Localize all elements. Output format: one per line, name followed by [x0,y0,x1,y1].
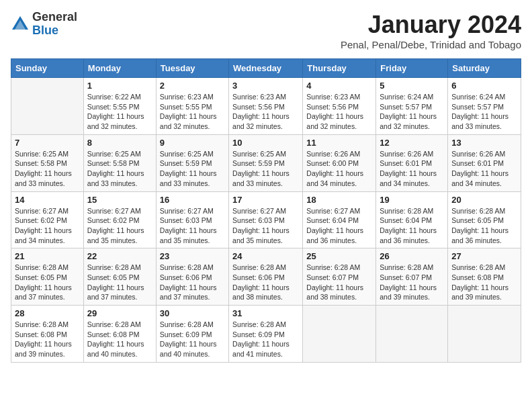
day-info: Sunrise: 6:27 AMSunset: 6:03 PMDaylight:… [160,206,225,246]
calendar-cell: 10Sunrise: 6:25 AMSunset: 5:59 PMDayligh… [229,134,303,191]
calendar-cell: 4Sunrise: 6:23 AMSunset: 5:56 PMDaylight… [303,78,376,135]
calendar-cell [303,306,376,363]
calendar-week-3: 14Sunrise: 6:27 AMSunset: 6:02 PMDayligh… [11,191,521,248]
day-number: 15 [87,195,152,205]
day-number: 7 [15,138,80,148]
calendar-cell: 25Sunrise: 6:28 AMSunset: 6:07 PMDayligh… [303,248,376,306]
calendar-cell: 24Sunrise: 6:28 AMSunset: 6:06 PMDayligh… [229,248,303,306]
day-info: Sunrise: 6:25 AMSunset: 5:59 PMDaylight:… [160,149,225,189]
day-number: 9 [160,138,225,148]
day-info: Sunrise: 6:28 AMSunset: 6:05 PMDaylight:… [15,263,80,302]
day-info: Sunrise: 6:28 AMSunset: 6:09 PMDaylight:… [160,320,225,359]
day-info: Sunrise: 6:28 AMSunset: 6:07 PMDaylight:… [380,263,444,302]
calendar-cell: 14Sunrise: 6:27 AMSunset: 6:02 PMDayligh… [11,191,84,248]
calendar-cell: 26Sunrise: 6:28 AMSunset: 6:07 PMDayligh… [376,248,448,306]
day-number: 14 [15,195,80,205]
calendar-cell: 17Sunrise: 6:27 AMSunset: 6:03 PMDayligh… [229,191,303,248]
day-of-week-wednesday: Wednesday [229,59,303,78]
day-number: 2 [160,81,225,91]
page-header: General Blue January 2024 Penal, Penal/D… [11,11,521,50]
calendar-cell: 3Sunrise: 6:23 AMSunset: 5:56 PMDaylight… [229,78,303,135]
day-info: Sunrise: 6:28 AMSunset: 6:09 PMDaylight:… [232,320,299,359]
day-number: 1 [87,81,152,91]
day-number: 11 [306,138,372,148]
day-number: 5 [380,81,444,91]
calendar-cell: 15Sunrise: 6:27 AMSunset: 6:02 PMDayligh… [83,191,156,248]
day-info: Sunrise: 6:28 AMSunset: 6:05 PMDaylight:… [87,263,152,302]
logo-text: General Blue [32,11,77,38]
day-info: Sunrise: 6:27 AMSunset: 6:04 PMDaylight:… [306,206,372,246]
day-info: Sunrise: 6:23 AMSunset: 5:56 PMDaylight:… [306,92,372,132]
month-title: January 2024 [341,11,521,39]
calendar-header: SundayMondayTuesdayWednesdayThursdayFrid… [11,59,521,78]
day-number: 19 [380,195,444,205]
day-info: Sunrise: 6:24 AMSunset: 5:57 PMDaylight:… [451,92,517,132]
day-number: 24 [232,251,299,261]
title-block: January 2024 Penal, Penal/Debe, Trinidad… [341,11,521,50]
day-number: 13 [451,138,517,148]
day-info: Sunrise: 6:27 AMSunset: 6:03 PMDaylight:… [232,206,299,246]
calendar-week-4: 21Sunrise: 6:28 AMSunset: 6:05 PMDayligh… [11,248,521,306]
day-info: Sunrise: 6:22 AMSunset: 5:55 PMDaylight:… [87,92,152,132]
day-number: 16 [160,195,225,205]
day-number: 3 [232,81,299,91]
calendar-cell [376,306,448,363]
calendar-cell: 13Sunrise: 6:26 AMSunset: 6:01 PMDayligh… [448,134,521,191]
day-info: Sunrise: 6:26 AMSunset: 6:01 PMDaylight:… [451,149,517,189]
calendar-cell: 11Sunrise: 6:26 AMSunset: 6:00 PMDayligh… [303,134,376,191]
calendar-cell: 18Sunrise: 6:27 AMSunset: 6:04 PMDayligh… [303,191,376,248]
day-info: Sunrise: 6:28 AMSunset: 6:08 PMDaylight:… [451,263,517,302]
calendar-cell: 20Sunrise: 6:28 AMSunset: 6:05 PMDayligh… [448,191,521,248]
day-info: Sunrise: 6:28 AMSunset: 6:08 PMDaylight:… [15,320,80,359]
day-number: 8 [87,138,152,148]
day-number: 10 [232,138,299,148]
logo-icon [11,15,30,34]
day-of-week-saturday: Saturday [448,59,521,78]
day-number: 20 [451,195,517,205]
day-info: Sunrise: 6:26 AMSunset: 6:01 PMDaylight:… [380,149,444,189]
day-info: Sunrise: 6:28 AMSunset: 6:05 PMDaylight:… [451,206,517,246]
calendar-cell: 2Sunrise: 6:23 AMSunset: 5:55 PMDaylight… [156,78,228,135]
day-of-week-friday: Friday [376,59,448,78]
day-number: 29 [87,308,152,318]
calendar-cell: 29Sunrise: 6:28 AMSunset: 6:08 PMDayligh… [83,306,156,363]
day-info: Sunrise: 6:26 AMSunset: 6:00 PMDaylight:… [306,149,372,189]
calendar-cell: 12Sunrise: 6:26 AMSunset: 6:01 PMDayligh… [376,134,448,191]
calendar-cell [448,306,521,363]
calendar-cell: 31Sunrise: 6:28 AMSunset: 6:09 PMDayligh… [229,306,303,363]
day-number: 30 [160,308,225,318]
calendar-cell: 6Sunrise: 6:24 AMSunset: 5:57 PMDaylight… [448,78,521,135]
day-number: 25 [306,251,372,261]
calendar-cell: 7Sunrise: 6:25 AMSunset: 5:58 PMDaylight… [11,134,84,191]
day-info: Sunrise: 6:25 AMSunset: 5:58 PMDaylight:… [87,149,152,189]
calendar-week-2: 7Sunrise: 6:25 AMSunset: 5:58 PMDaylight… [11,134,521,191]
day-info: Sunrise: 6:23 AMSunset: 5:56 PMDaylight:… [232,92,299,132]
day-of-week-sunday: Sunday [11,59,84,78]
calendar-cell: 9Sunrise: 6:25 AMSunset: 5:59 PMDaylight… [156,134,228,191]
calendar-cell: 5Sunrise: 6:24 AMSunset: 5:57 PMDaylight… [376,78,448,135]
logo: General Blue [11,11,77,38]
calendar-cell: 8Sunrise: 6:25 AMSunset: 5:58 PMDaylight… [83,134,156,191]
day-number: 23 [160,251,225,261]
calendar-cell: 16Sunrise: 6:27 AMSunset: 6:03 PMDayligh… [156,191,228,248]
day-number: 21 [15,251,80,261]
day-number: 18 [306,195,372,205]
day-info: Sunrise: 6:28 AMSunset: 6:07 PMDaylight:… [306,263,372,302]
day-of-week-tuesday: Tuesday [156,59,228,78]
calendar-cell: 23Sunrise: 6:28 AMSunset: 6:06 PMDayligh… [156,248,228,306]
day-number: 6 [451,81,517,91]
calendar-cell: 28Sunrise: 6:28 AMSunset: 6:08 PMDayligh… [11,306,84,363]
calendar-body: 1Sunrise: 6:22 AMSunset: 5:55 PMDaylight… [11,78,521,363]
calendar-cell: 22Sunrise: 6:28 AMSunset: 6:05 PMDayligh… [83,248,156,306]
calendar-week-1: 1Sunrise: 6:22 AMSunset: 5:55 PMDaylight… [11,78,521,135]
calendar-table: SundayMondayTuesdayWednesdayThursdayFrid… [11,58,521,363]
location-subtitle: Penal, Penal/Debe, Trinidad and Tobago [341,39,521,50]
day-number: 27 [451,251,517,261]
day-number: 26 [380,251,444,261]
day-info: Sunrise: 6:28 AMSunset: 6:08 PMDaylight:… [87,320,152,359]
day-info: Sunrise: 6:27 AMSunset: 6:02 PMDaylight:… [15,206,80,246]
day-info: Sunrise: 6:27 AMSunset: 6:02 PMDaylight:… [87,206,152,246]
calendar-cell: 19Sunrise: 6:28 AMSunset: 6:04 PMDayligh… [376,191,448,248]
day-number: 22 [87,251,152,261]
day-of-week-monday: Monday [83,59,156,78]
